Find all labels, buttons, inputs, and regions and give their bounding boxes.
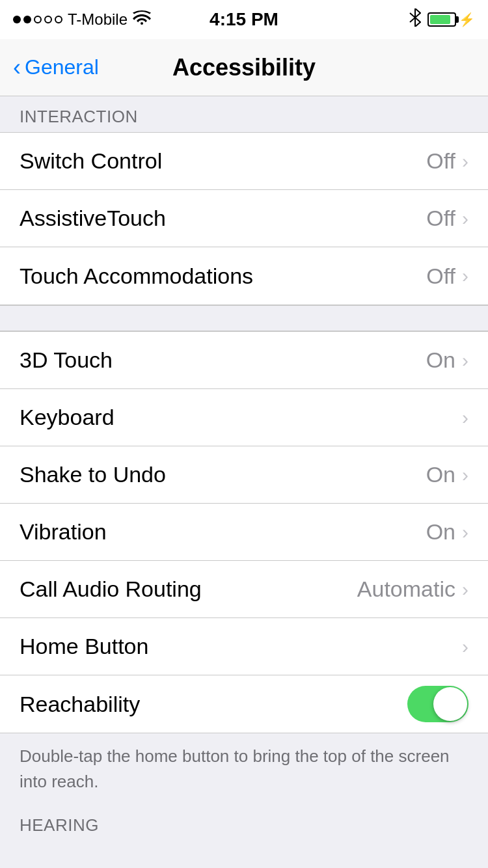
touch-accommodations-row[interactable]: Touch Accommodations Off › xyxy=(0,247,488,305)
chevron-right-icon: › xyxy=(462,349,468,372)
shake-to-undo-value: On › xyxy=(426,462,468,487)
touch-group: 3D Touch On › Keyboard › Shake to Undo O… xyxy=(0,331,488,733)
chevron-right-icon: › xyxy=(462,407,468,429)
switch-control-value: Off › xyxy=(426,148,468,174)
bluetooth-icon xyxy=(409,8,421,31)
chevron-right-icon: › xyxy=(462,521,468,543)
switch-control-status: Off xyxy=(426,148,455,174)
carrier-label: T-Mobile xyxy=(68,10,128,29)
reachability-row[interactable]: Reachability xyxy=(0,675,488,733)
vibration-row[interactable]: Vibration On › xyxy=(0,504,488,561)
assistivetouch-value: Off › xyxy=(426,206,468,231)
battery-indicator: ⚡ xyxy=(427,12,475,27)
switch-control-label: Switch Control xyxy=(20,148,162,174)
back-button[interactable]: ‹ General xyxy=(13,55,99,79)
status-left: T-Mobile xyxy=(13,10,151,29)
keyboard-label: Keyboard xyxy=(20,405,115,430)
signal-dots xyxy=(13,16,62,23)
touch-accommodations-value: Off › xyxy=(426,264,468,289)
shake-to-undo-row[interactable]: Shake to Undo On › xyxy=(0,446,488,504)
keyboard-row[interactable]: Keyboard › xyxy=(0,389,488,446)
signal-dot-5 xyxy=(55,16,62,23)
shake-to-undo-status: On xyxy=(426,462,455,487)
signal-dot-1 xyxy=(13,16,21,23)
signal-dot-2 xyxy=(23,16,31,23)
shake-to-undo-label: Shake to Undo xyxy=(20,462,166,487)
call-audio-routing-status: Automatic xyxy=(357,576,455,602)
vibration-label: Vibration xyxy=(20,519,107,545)
assistivetouch-row[interactable]: AssistiveTouch Off › xyxy=(0,190,488,247)
signal-dot-4 xyxy=(44,16,52,23)
3d-touch-row[interactable]: 3D Touch On › xyxy=(0,332,488,389)
battery-icon xyxy=(427,12,456,27)
nav-bar: ‹ General Accessibility xyxy=(0,39,488,96)
vibration-status: On xyxy=(426,519,455,545)
3d-touch-status: On xyxy=(426,347,455,373)
home-button-value: › xyxy=(462,636,468,658)
touch-accommodations-status: Off xyxy=(426,264,455,289)
assistivetouch-status: Off xyxy=(426,206,455,231)
group-spacer xyxy=(0,305,488,331)
call-audio-routing-row[interactable]: Call Audio Routing Automatic › xyxy=(0,561,488,618)
interaction-section-header: INTERACTION xyxy=(0,96,488,132)
back-label: General xyxy=(25,55,99,79)
status-bar: T-Mobile 4:15 PM ⚡ xyxy=(0,0,488,39)
reachability-description: Double-tap the home button to bring the … xyxy=(0,733,488,805)
status-right: ⚡ xyxy=(409,8,475,31)
keyboard-value: › xyxy=(462,407,468,429)
home-button-row[interactable]: Home Button › xyxy=(0,618,488,675)
switch-control-row[interactable]: Switch Control Off › xyxy=(0,133,488,190)
home-button-label: Home Button xyxy=(20,634,148,659)
call-audio-routing-label: Call Audio Routing xyxy=(20,576,202,602)
hearing-section-header: HEARING xyxy=(0,805,488,841)
3d-touch-value: On › xyxy=(426,347,468,373)
toggle-knob xyxy=(433,687,467,721)
battery-fill xyxy=(430,15,450,24)
vibration-value: On › xyxy=(426,519,468,545)
reachability-toggle[interactable] xyxy=(407,686,468,722)
chevron-right-icon: › xyxy=(462,208,468,230)
3d-touch-label: 3D Touch xyxy=(20,347,113,373)
touch-accommodations-label: Touch Accommodations xyxy=(20,264,253,289)
chevron-right-icon: › xyxy=(462,265,468,287)
interaction-group: Switch Control Off › AssistiveTouch Off … xyxy=(0,132,488,305)
wifi-icon xyxy=(133,10,151,29)
assistivetouch-label: AssistiveTouch xyxy=(20,206,166,231)
signal-dot-3 xyxy=(34,16,42,23)
page-title: Accessibility xyxy=(172,54,316,81)
call-audio-routing-value: Automatic › xyxy=(357,576,468,602)
charging-icon: ⚡ xyxy=(459,12,475,27)
chevron-right-icon: › xyxy=(462,636,468,658)
reachability-label: Reachability xyxy=(20,692,140,717)
reachability-toggle-area xyxy=(407,686,468,722)
chevron-right-icon: › xyxy=(462,578,468,601)
chevron-right-icon: › xyxy=(462,464,468,486)
time-display: 4:15 PM xyxy=(210,9,278,30)
chevron-right-icon: › xyxy=(462,150,468,172)
back-chevron-icon: ‹ xyxy=(13,56,21,79)
